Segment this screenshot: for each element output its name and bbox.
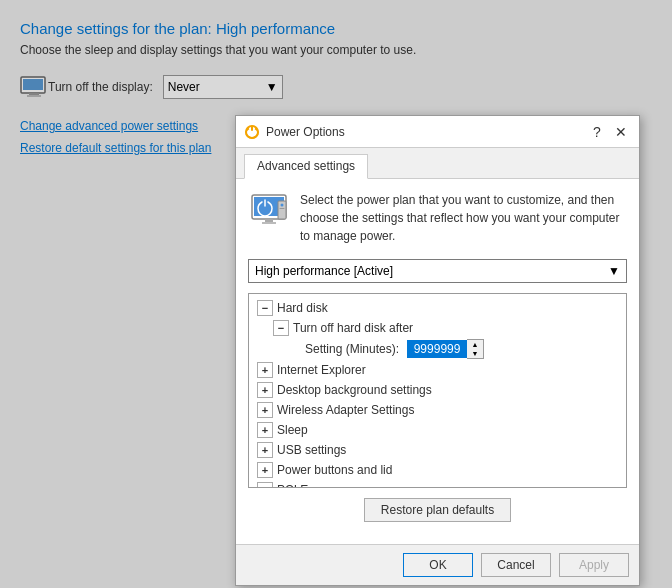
info-row: Select the power plan that you want to c… [248, 191, 627, 245]
tree-label-power-buttons: Power buttons and lid [277, 463, 392, 477]
tree-item-pci[interactable]: + PCI Express [249, 480, 626, 488]
modal-titlebar: Power Options ? ✕ [236, 116, 639, 148]
settings-tree: − Hard disk − Turn off hard disk after S… [249, 294, 626, 488]
tree-item-wireless[interactable]: + Wireless Adapter Settings [249, 400, 626, 420]
apply-button[interactable]: Apply [559, 553, 629, 577]
svg-rect-10 [280, 208, 285, 209]
svg-rect-11 [265, 219, 273, 222]
plan-chevron-icon: ▼ [608, 264, 620, 278]
settings-tree-wrap[interactable]: − Hard disk − Turn off hard disk after S… [248, 293, 627, 488]
expander-usb[interactable]: + [257, 442, 273, 458]
power-icon-wrap [248, 191, 290, 234]
svg-rect-5 [251, 126, 253, 131]
cancel-button[interactable]: Cancel [481, 553, 551, 577]
tree-item-usb[interactable]: + USB settings [249, 440, 626, 460]
tree-label-pci: PCI Express [277, 483, 344, 488]
svg-rect-12 [262, 222, 276, 224]
close-button[interactable]: ✕ [611, 122, 631, 142]
power-options-dialog: Power Options ? ✕ Advanced settings [235, 115, 640, 586]
tree-label-turn-off-hdd: Turn off hard disk after [293, 321, 413, 335]
tree-item-turn-off-hdd[interactable]: − Turn off hard disk after [249, 318, 626, 338]
tree-item-sleep[interactable]: + Sleep [249, 420, 626, 440]
expander-desktop-bg[interactable]: + [257, 382, 273, 398]
expander-pci[interactable]: + [257, 482, 273, 488]
modal-body: Select the power plan that you want to c… [236, 179, 639, 544]
tree-item-desktop-bg[interactable]: + Desktop background settings [249, 380, 626, 400]
ok-button[interactable]: OK [403, 553, 473, 577]
svg-point-9 [281, 204, 284, 207]
modal-footer: OK Cancel Apply [236, 544, 639, 585]
plan-select[interactable]: High performance [Active] ▼ [248, 259, 627, 283]
expander-power-buttons[interactable]: + [257, 462, 273, 478]
tree-label-ie: Internet Explorer [277, 363, 366, 377]
expander-wireless[interactable]: + [257, 402, 273, 418]
power-options-icon [244, 124, 260, 140]
spin-down-button[interactable]: ▼ [467, 349, 483, 358]
tree-label-desktop-bg: Desktop background settings [277, 383, 432, 397]
tree-item-hard-disk[interactable]: − Hard disk [249, 298, 626, 318]
plan-select-value: High performance [Active] [255, 264, 393, 278]
modal-tabs: Advanced settings [236, 148, 639, 179]
minutes-input[interactable] [407, 340, 467, 358]
setting-row-minutes: Setting (Minutes): ▲ ▼ [249, 338, 626, 360]
tree-label-sleep: Sleep [277, 423, 308, 437]
expander-sleep[interactable]: + [257, 422, 273, 438]
plan-select-wrap: High performance [Active] ▼ [248, 259, 627, 283]
tree-item-power-buttons[interactable]: + Power buttons and lid [249, 460, 626, 480]
spinbox-minutes: ▲ ▼ [407, 339, 484, 359]
expander-turn-off-hdd[interactable]: − [273, 320, 289, 336]
expander-ie[interactable]: + [257, 362, 273, 378]
spinbox-buttons: ▲ ▼ [467, 339, 484, 359]
tree-label-usb: USB settings [277, 443, 346, 457]
spin-up-button[interactable]: ▲ [467, 340, 483, 349]
modal-title: Power Options [266, 125, 345, 139]
tree-label-wireless: Wireless Adapter Settings [277, 403, 414, 417]
info-text: Select the power plan that you want to c… [300, 191, 627, 245]
power-icon-large [248, 191, 290, 231]
restore-plan-defaults-button[interactable]: Restore plan defaults [364, 498, 511, 522]
tree-item-ie[interactable]: + Internet Explorer [249, 360, 626, 380]
tab-advanced-settings[interactable]: Advanced settings [244, 154, 368, 179]
expander-hard-disk[interactable]: − [257, 300, 273, 316]
tree-label-hard-disk: Hard disk [277, 301, 328, 315]
setting-label-minutes: Setting (Minutes): [305, 342, 399, 356]
help-button[interactable]: ? [587, 122, 607, 142]
